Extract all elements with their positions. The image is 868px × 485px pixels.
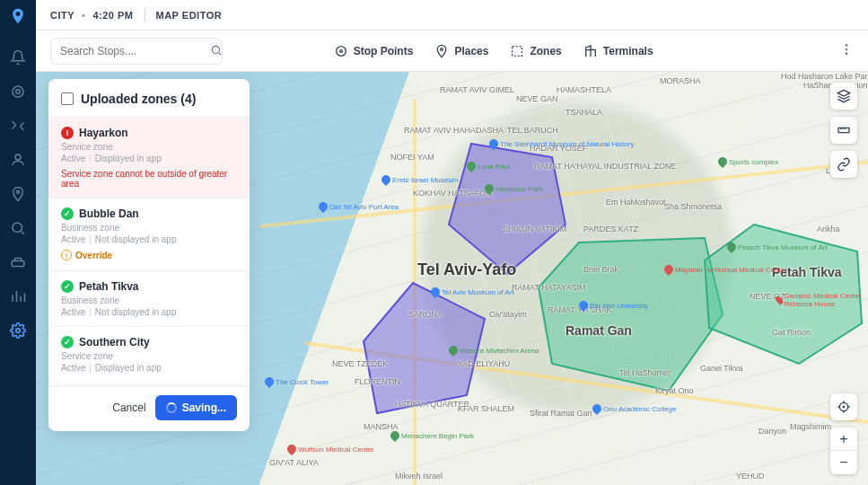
nav-vehicle-icon[interactable] bbox=[9, 253, 27, 271]
nav-settings-icon[interactable] bbox=[9, 322, 27, 340]
map-label-em-moshavot: Em HaMoshavot bbox=[606, 198, 666, 207]
nav-zones-label: Zones bbox=[530, 45, 561, 57]
map-measure-button[interactable] bbox=[830, 117, 857, 144]
nav-terminals[interactable]: Terminals bbox=[583, 44, 653, 58]
uploaded-zones-panel: Uploaded zones (4) !Hayarkon Service zon… bbox=[48, 79, 250, 431]
map-link-button[interactable] bbox=[830, 151, 857, 178]
nav-driver-icon[interactable] bbox=[9, 151, 27, 169]
zone-card-southern-city[interactable]: ✓Southern City Service zone Active|Displ… bbox=[48, 326, 250, 382]
map-label-neve-gan: NEVE GAN bbox=[516, 94, 558, 103]
map-label-shikun: SHIKUN VATIKIM bbox=[503, 225, 566, 234]
svg-point-0 bbox=[13, 86, 23, 97]
panel-title: Uploaded zones (4) bbox=[81, 92, 196, 106]
spinner-icon bbox=[166, 402, 177, 413]
poi-mayanei: Mayanei HaYeshua Medical Center bbox=[664, 265, 787, 274]
nav-routes-icon[interactable] bbox=[9, 117, 27, 135]
nav-places-label: Places bbox=[454, 45, 488, 57]
svg-rect-5 bbox=[12, 261, 24, 267]
map-label-ramat-hatayasim: RAMAT HATAYASIM bbox=[512, 283, 586, 292]
zone-card-hayarkon[interactable]: !Hayarkon Service zone Active|Displayed … bbox=[48, 117, 250, 198]
nav-alerts-icon[interactable] bbox=[9, 48, 27, 66]
svg-point-1 bbox=[16, 90, 21, 94]
poi-tlv-museum: Tel Aviv Museum of Art bbox=[431, 287, 514, 296]
nav-places[interactable]: Places bbox=[434, 44, 488, 58]
map-label-danyon: Danyon bbox=[758, 427, 786, 436]
poi-steinhardt: The Steinhardt Museum of Natural History bbox=[489, 139, 634, 148]
search-icon bbox=[210, 44, 223, 60]
zone-display: Not displayed in app bbox=[95, 234, 177, 244]
zone-status: Active bbox=[61, 307, 85, 317]
map-city-ramat-gan: Ramat Gan bbox=[566, 323, 632, 338]
nav-target-icon[interactable] bbox=[9, 83, 27, 101]
more-menu-button[interactable] bbox=[839, 42, 854, 60]
override-badge: !Override bbox=[61, 250, 112, 260]
check-icon: ✓ bbox=[61, 207, 74, 220]
map-controls-top bbox=[830, 83, 857, 178]
map-label-neve-tzedek: NEVE TZEDEK bbox=[332, 359, 388, 368]
zone-status: Active bbox=[61, 363, 85, 373]
svg-point-9 bbox=[339, 49, 342, 52]
zone-display: Not displayed in app bbox=[95, 307, 177, 317]
svg-point-4 bbox=[13, 223, 22, 233]
map-label-gat-rimon: Gat Rimon bbox=[772, 328, 811, 337]
poi-luna: Luna Park bbox=[467, 162, 510, 171]
map-label-yehud: YEHUD bbox=[736, 472, 765, 481]
svg-point-8 bbox=[336, 46, 346, 56]
zoom-out-button[interactable]: − bbox=[830, 451, 857, 474]
top-header: CITY • 4:20 PM MAP EDITOR bbox=[36, 0, 868, 31]
map-city-tel-aviv: Tel Aviv-Yafo bbox=[417, 260, 516, 279]
zone-card-bubble-dan[interactable]: ✓Bubble Dan Business zone Active|Not dis… bbox=[48, 198, 250, 270]
poi-eretz: Eretz Israel Museum bbox=[381, 175, 458, 184]
map-label-sha: Sha Shmonetsa bbox=[664, 202, 722, 211]
map-label-kokhav: KOKHAV HATSAFON bbox=[413, 189, 492, 198]
map-locate-button[interactable] bbox=[830, 393, 857, 420]
zone-error-msg: Service zone cannot be outside of greate… bbox=[61, 169, 237, 189]
poi-petach-museum: Petach Tikva Museum of Art bbox=[727, 242, 828, 251]
nav-stats-icon[interactable] bbox=[9, 287, 27, 305]
map-label-florentin: FLORENTIN bbox=[355, 377, 400, 386]
map-label-givatayim: Giv'atayim bbox=[489, 310, 527, 319]
zone-name: Bubble Dan bbox=[79, 207, 139, 220]
select-all-checkbox[interactable] bbox=[61, 93, 74, 105]
svg-point-12 bbox=[846, 44, 848, 47]
nav-stop-points[interactable]: Stop Points bbox=[334, 44, 414, 58]
zoom-in-button[interactable]: + bbox=[830, 428, 857, 451]
nav-search-user-icon[interactable] bbox=[9, 219, 27, 237]
cancel-button[interactable]: Cancel bbox=[112, 395, 145, 420]
map-label-ganei-tikva: Ganei Tikva bbox=[700, 364, 743, 373]
nav-terminals-label: Terminals bbox=[603, 45, 653, 57]
zone-type: Service zone bbox=[61, 142, 237, 152]
search-input[interactable] bbox=[50, 38, 223, 65]
map-label-bnei-brak: Bnei Brak bbox=[583, 265, 618, 274]
poi-hayarkon-park: Hayarkon Park bbox=[485, 184, 543, 193]
map-label-hod-hasharon: Hod Hasharon Lake Park bbox=[781, 72, 868, 81]
map-label-arikha: Arikha bbox=[817, 225, 840, 234]
map-label-magshimim: Magshimim bbox=[790, 422, 831, 431]
nav-zones[interactable]: Zones bbox=[510, 44, 561, 58]
nav-pin-icon[interactable] bbox=[9, 185, 27, 203]
zone-card-petah-tikva[interactable]: ✓Petah Tikva Business zone Active|Not di… bbox=[48, 270, 250, 326]
svg-point-2 bbox=[15, 154, 21, 160]
map-label-ramat-aviv: RAMAT AVIV GIMEL bbox=[440, 85, 514, 94]
poi-barilan: Bar-Ilan University bbox=[579, 301, 648, 310]
svg-point-21 bbox=[843, 406, 844, 407]
header-city: CITY bbox=[50, 10, 75, 21]
svg-point-10 bbox=[441, 48, 443, 50]
zone-status: Active bbox=[61, 234, 85, 244]
map-label-kiryat-ono: Kiryat Ono bbox=[655, 386, 694, 395]
zone-name: Petah Tikva bbox=[79, 280, 138, 293]
map-label-tel-hashomer: Tel HaShomer bbox=[619, 368, 671, 377]
svg-point-13 bbox=[846, 48, 848, 50]
map-label-pardes: PARDES KATZ bbox=[583, 225, 638, 234]
left-sidebar bbox=[0, 0, 36, 485]
svg-point-3 bbox=[17, 190, 20, 193]
map-layers-button[interactable] bbox=[830, 83, 857, 110]
check-icon: ✓ bbox=[61, 336, 74, 348]
save-button[interactable]: Saving... bbox=[155, 395, 237, 420]
zone-type: Business zone bbox=[61, 223, 237, 233]
zone-name: Hayarkon bbox=[79, 127, 128, 139]
svg-point-14 bbox=[846, 52, 848, 55]
app-logo[interactable] bbox=[9, 7, 27, 25]
zone-display: Displayed in app bbox=[95, 154, 162, 163]
zone-name: Southern City bbox=[79, 336, 150, 348]
